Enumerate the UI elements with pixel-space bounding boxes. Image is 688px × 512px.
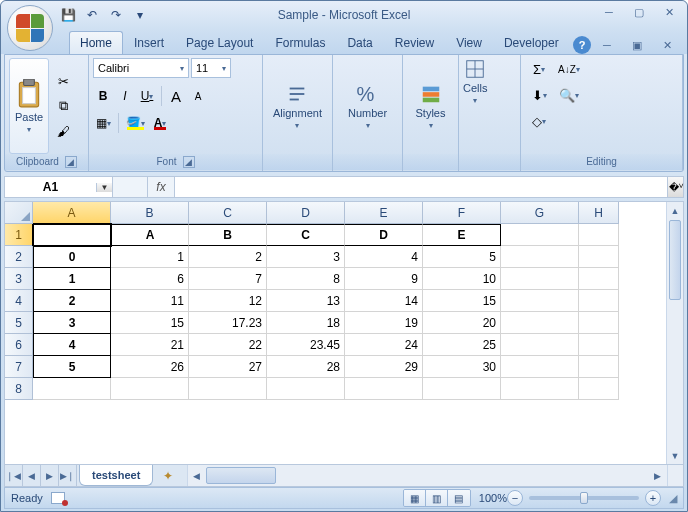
cell-D8[interactable] xyxy=(267,378,345,400)
cell-C2[interactable]: 2 xyxy=(189,246,267,268)
cell-H8[interactable] xyxy=(579,378,619,400)
cell-A4[interactable]: 2 xyxy=(33,290,111,312)
sheet-nav-next[interactable]: ▶ xyxy=(41,465,59,486)
macro-record-icon[interactable] xyxy=(51,492,65,504)
col-header-E[interactable]: E xyxy=(345,202,423,224)
cell-D2[interactable]: 3 xyxy=(267,246,345,268)
mdi-close[interactable]: ✕ xyxy=(653,36,681,54)
cell-B7[interactable]: 26 xyxy=(111,356,189,378)
col-header-G[interactable]: G xyxy=(501,202,579,224)
font-name-selector[interactable]: Calibri▾ xyxy=(93,58,189,78)
grow-font-button[interactable]: A xyxy=(166,86,186,106)
office-button[interactable] xyxy=(7,5,53,51)
cell-B6[interactable]: 21 xyxy=(111,334,189,356)
cell-F2[interactable]: 5 xyxy=(423,246,501,268)
cell-H7[interactable] xyxy=(579,356,619,378)
row-header-1[interactable]: 1 xyxy=(5,224,33,246)
clear-button[interactable]: ◇▾ xyxy=(525,110,553,132)
cell-D4[interactable]: 13 xyxy=(267,290,345,312)
fx-icon[interactable]: fx xyxy=(147,177,175,197)
cell-E4[interactable]: 14 xyxy=(345,290,423,312)
minimize-button[interactable]: ─ xyxy=(595,3,623,21)
cell-B8[interactable] xyxy=(111,378,189,400)
qat-customize[interactable]: ▾ xyxy=(131,6,149,24)
cell-H4[interactable] xyxy=(579,290,619,312)
cell-H6[interactable] xyxy=(579,334,619,356)
maximize-button[interactable]: ▢ xyxy=(625,3,653,21)
hscroll-thumb[interactable] xyxy=(206,467,276,484)
cell-F7[interactable]: 30 xyxy=(423,356,501,378)
tab-home[interactable]: Home xyxy=(69,31,123,54)
sheet-nav-first[interactable]: ❘◀ xyxy=(5,465,23,486)
cell-H3[interactable] xyxy=(579,268,619,290)
copy-button[interactable]: ⧉ xyxy=(53,95,73,117)
cell-D5[interactable]: 18 xyxy=(267,312,345,334)
cell-B2[interactable]: 1 xyxy=(111,246,189,268)
cells-button[interactable]: Cells▾ xyxy=(463,58,487,154)
tab-review[interactable]: Review xyxy=(384,31,445,54)
cell-C6[interactable]: 22 xyxy=(189,334,267,356)
horizontal-scrollbar[interactable]: ◀ ▶ xyxy=(187,465,683,486)
cell-F4[interactable]: 15 xyxy=(423,290,501,312)
col-header-A[interactable]: A xyxy=(33,202,111,224)
new-sheet-button[interactable]: ✦ xyxy=(157,465,179,486)
borders-button[interactable]: ▦▾ xyxy=(93,113,114,133)
worksheet-grid[interactable]: A B C D E F G H 1 A B C D E 2 0 1 2 3 4 … xyxy=(5,202,683,400)
cell-C8[interactable] xyxy=(189,378,267,400)
find-select-button[interactable]: 🔍▾ xyxy=(555,84,583,106)
italic-button[interactable]: I xyxy=(115,86,135,106)
vertical-scrollbar[interactable]: ▲ ▼ xyxy=(666,202,683,464)
row-header-8[interactable]: 8 xyxy=(5,378,33,400)
cell-A6[interactable]: 4 xyxy=(33,334,111,356)
font-color-button[interactable]: A▾ xyxy=(150,113,170,133)
row-header-6[interactable]: 6 xyxy=(5,334,33,356)
col-header-B[interactable]: B xyxy=(111,202,189,224)
autosum-button[interactable]: Σ▾ xyxy=(525,58,553,80)
cell-G5[interactable] xyxy=(501,312,579,334)
cell-C4[interactable]: 12 xyxy=(189,290,267,312)
cell-C5[interactable]: 17.23 xyxy=(189,312,267,334)
cell-B3[interactable]: 6 xyxy=(111,268,189,290)
scroll-right-icon[interactable]: ▶ xyxy=(649,465,666,486)
cell-A2[interactable]: 0 xyxy=(33,246,111,268)
close-button[interactable]: ✕ xyxy=(655,3,683,21)
cell-D1[interactable]: C xyxy=(267,224,345,246)
cell-B1[interactable]: A xyxy=(111,224,189,246)
alignment-button[interactable]: Alignment▾ xyxy=(273,83,322,130)
tab-formulas[interactable]: Formulas xyxy=(264,31,336,54)
cell-E3[interactable]: 9 xyxy=(345,268,423,290)
cell-C7[interactable]: 27 xyxy=(189,356,267,378)
qat-redo[interactable]: ↷ xyxy=(107,6,125,24)
vscroll-thumb[interactable] xyxy=(669,220,681,300)
help-button[interactable]: ? xyxy=(573,36,591,54)
col-header-D[interactable]: D xyxy=(267,202,345,224)
zoom-in-button[interactable]: + xyxy=(645,490,661,506)
row-header-7[interactable]: 7 xyxy=(5,356,33,378)
cell-G7[interactable] xyxy=(501,356,579,378)
zoom-out-button[interactable]: − xyxy=(507,490,523,506)
shrink-font-button[interactable]: A xyxy=(188,86,208,106)
cell-H1[interactable] xyxy=(579,224,619,246)
cell-E6[interactable]: 24 xyxy=(345,334,423,356)
formula-bar[interactable] xyxy=(175,177,667,197)
col-header-H[interactable]: H xyxy=(579,202,619,224)
cell-G1[interactable] xyxy=(501,224,579,246)
cell-F5[interactable]: 20 xyxy=(423,312,501,334)
name-box[interactable]: A1 ▼ xyxy=(5,177,113,197)
cell-E5[interactable]: 19 xyxy=(345,312,423,334)
chevron-down-icon[interactable]: ▼ xyxy=(96,183,112,192)
cell-F3[interactable]: 10 xyxy=(423,268,501,290)
cell-G2[interactable] xyxy=(501,246,579,268)
clipboard-launcher[interactable]: ◢ xyxy=(65,156,77,168)
sheet-nav-last[interactable]: ▶❘ xyxy=(59,465,77,486)
row-header-4[interactable]: 4 xyxy=(5,290,33,312)
view-page-break[interactable]: ▤ xyxy=(448,490,470,506)
cell-E8[interactable] xyxy=(345,378,423,400)
hscroll-split[interactable] xyxy=(667,465,683,486)
qat-undo[interactable]: ↶ xyxy=(83,6,101,24)
ribbon-minimize[interactable]: ─ xyxy=(593,36,621,54)
cell-G3[interactable] xyxy=(501,268,579,290)
view-page-layout[interactable]: ▥ xyxy=(426,490,448,506)
row-header-2[interactable]: 2 xyxy=(5,246,33,268)
zoom-slider[interactable] xyxy=(529,496,639,500)
